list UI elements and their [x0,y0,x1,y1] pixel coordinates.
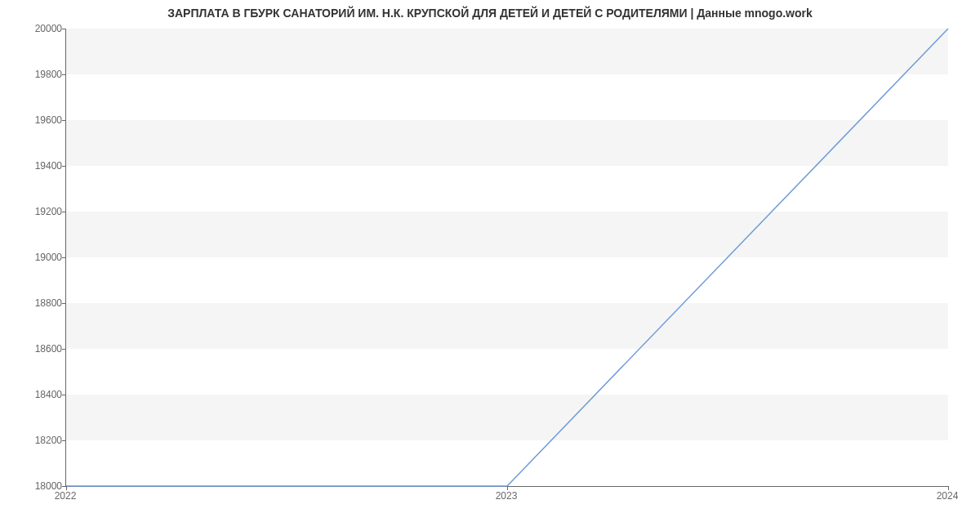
x-tick-label: 2022 [55,490,77,502]
y-tick-label: 19200 [13,206,62,217]
line-layer [66,29,948,486]
y-tick-mark [62,74,66,75]
y-tick-mark [62,120,66,121]
y-tick-mark [62,29,66,29]
x-tick-label: 2023 [496,490,518,502]
y-tick-label: 18200 [13,435,62,446]
y-tick-label: 19000 [13,252,62,263]
chart-container: ЗАРПЛАТА В ГБУРК САНАТОРИЙ ИМ. Н.К. КРУП… [0,0,980,531]
y-tick-mark [62,395,66,395]
y-tick-mark [62,349,66,350]
y-tick-mark [62,303,66,304]
y-tick-mark [62,440,66,441]
series-line [66,29,948,486]
y-tick-label: 18400 [13,389,62,400]
plot-area [65,29,948,487]
y-tick-label: 19800 [13,69,62,80]
y-tick-label: 19400 [13,160,62,172]
y-tick-mark [62,257,66,258]
y-tick-label: 20000 [13,23,62,34]
y-tick-label: 19600 [13,114,62,126]
chart-title: ЗАРПЛАТА В ГБУРК САНАТОРИЙ ИМ. Н.К. КРУП… [0,7,980,20]
y-tick-label: 18600 [13,343,62,355]
x-tick-label: 2024 [937,490,959,502]
y-tick-mark [62,166,66,167]
y-tick-label: 18800 [13,297,62,309]
y-tick-mark [62,212,66,212]
